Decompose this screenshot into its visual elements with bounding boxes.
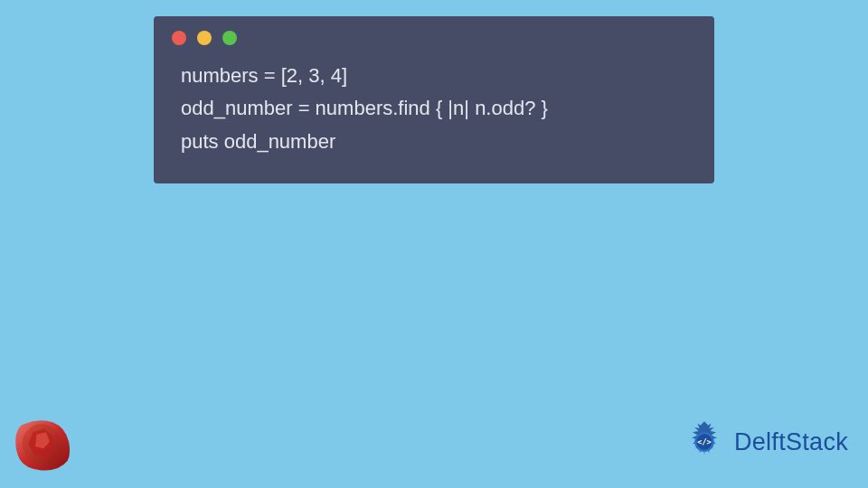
- window-titlebar: [154, 16, 714, 54]
- minimize-icon: [197, 31, 212, 45]
- maximize-icon: [222, 31, 237, 45]
- svg-text:</>: </>: [697, 437, 712, 446]
- code-line: numbers = [2, 3, 4]: [181, 64, 347, 87]
- code-window: numbers = [2, 3, 4] odd_number = numbers…: [154, 16, 714, 183]
- brand-name: DelftStack: [734, 428, 848, 456]
- brand-logo-icon: </>: [680, 418, 729, 466]
- code-line: odd_number = numbers.find { |n| n.odd? }: [181, 97, 548, 119]
- code-line: puts odd_number: [181, 130, 335, 153]
- code-block: numbers = [2, 3, 4] odd_number = numbers…: [154, 54, 714, 164]
- brand: </> DelftStack: [680, 418, 848, 466]
- close-icon: [172, 31, 186, 45]
- ruby-icon: [13, 418, 72, 472]
